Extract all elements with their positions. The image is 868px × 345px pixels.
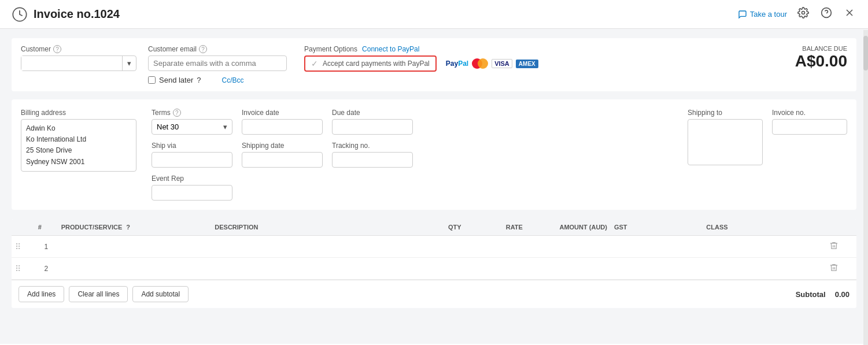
scrollbar-track[interactable] (863, 30, 868, 345)
delete-row-2[interactable] (826, 258, 856, 280)
delete-button-2[interactable] (829, 263, 839, 274)
col-rate: RATE (465, 219, 526, 236)
delete-row-1[interactable] (826, 236, 856, 258)
connect-paypal-link[interactable]: Connect to PayPal (362, 45, 419, 53)
delete-button-1[interactable] (829, 241, 839, 253)
col-delete (826, 219, 856, 236)
scrollbar-thumb[interactable] (863, 36, 868, 71)
add-subtotal-button[interactable]: Add subtotal (132, 286, 189, 302)
amex-icon: AMEX (516, 60, 538, 68)
customer-email-input[interactable] (148, 55, 287, 71)
due-date-group: Due date 08/04/2021 (332, 109, 413, 135)
send-later-help-icon[interactable]: ? (197, 76, 201, 84)
header-right: Take a tour (738, 6, 856, 23)
table-section: # PRODUCT/SERVICE ? DESCRIPTION QTY (12, 219, 856, 308)
terms-label: Terms ? (152, 109, 232, 117)
help-button[interactable] (819, 6, 833, 23)
footer-actions: Add lines Clear all lines Add subtotal (19, 286, 189, 302)
email-help-icon[interactable]: ? (199, 45, 207, 53)
paypal-checkbox-row: ✓ Accept card payments with PayPal (304, 55, 437, 72)
invoice-no-label: Invoice no. (772, 109, 847, 117)
gst-cell-2[interactable] (611, 258, 703, 280)
event-rep-label: Event Rep (152, 175, 232, 183)
top-form-row: Customer ? Adwin Ko ▾ Customer email ? S… (12, 38, 856, 91)
terms-dropdown[interactable]: Net 30 Net 15 Net 60 Due on receipt (152, 120, 219, 134)
invoice-icon (12, 6, 28, 23)
customer-help-icon[interactable]: ? (53, 45, 61, 53)
product-cell-2[interactable] (58, 258, 212, 280)
take-tour-button[interactable]: Take a tour (738, 10, 787, 19)
customer-dropdown-arrow[interactable]: ▾ (122, 56, 136, 71)
tracking-no-input[interactable] (332, 152, 413, 168)
cc-bcc-link[interactable]: Cc/Bcc (222, 76, 244, 84)
qty-cell-2[interactable] (403, 258, 464, 280)
tracking-no-group: Tracking no. (332, 142, 413, 168)
due-date-input[interactable]: 08/04/2021 (332, 119, 413, 135)
product-help-icon[interactable]: ? (126, 224, 130, 231)
desc-cell-2[interactable] (211, 258, 403, 280)
customer-input[interactable]: Adwin Ko (21, 56, 122, 71)
close-button[interactable] (843, 6, 856, 23)
app-container: Invoice no.1024 Take a tour (0, 0, 868, 345)
rate-cell-2[interactable] (465, 258, 526, 280)
terms-arrow: ▾ (219, 120, 232, 134)
clear-all-button[interactable]: Clear all lines (69, 286, 128, 302)
middle-form: Billing address Adwin Ko Ko Internationa… (12, 99, 856, 210)
col-gst: GST (611, 219, 703, 236)
billing-address-box[interactable]: Adwin Ko Ko International Ltd 25 Stone D… (21, 119, 136, 172)
desc-cell-1[interactable] (211, 236, 403, 258)
col-qty: QTY (403, 219, 464, 236)
event-rep-input[interactable] (152, 185, 232, 201)
mastercard-icon (472, 58, 488, 69)
amount-cell-2[interactable] (526, 258, 611, 280)
rate-cell-1[interactable] (465, 236, 526, 258)
payment-header: Payment Options Connect to PayPal (304, 45, 538, 53)
product-cell-1[interactable] (58, 236, 212, 258)
customer-group: Customer ? Adwin Ko ▾ (21, 45, 136, 71)
payment-group: Payment Options Connect to PayPal ✓ Acce… (304, 45, 538, 72)
visa-icon: VISA (492, 59, 512, 68)
shipping-date-group: Shipping date (242, 142, 323, 168)
fields-row3: Event Rep (152, 175, 673, 201)
customer-select[interactable]: Adwin Ko ▾ (21, 55, 136, 71)
shipping-date-input[interactable] (242, 152, 323, 168)
fields-section: Terms ? Net 30 Net 15 Net 60 Due on rece… (152, 109, 673, 201)
settings-button[interactable] (796, 6, 810, 23)
shipping-to-box[interactable] (688, 119, 763, 165)
paypal-logo: PayPal (446, 60, 468, 68)
invoice-no-input[interactable]: 1024 (772, 119, 847, 135)
payment-icons: PayPal VISA AMEX (446, 58, 538, 69)
amount-cell-1[interactable] (526, 236, 611, 258)
ship-via-input[interactable] (152, 152, 232, 168)
customer-email-group: Customer email ? Send later ? Cc/Bcc (148, 45, 287, 84)
shipping-date-label: Shipping date (242, 142, 323, 150)
invoice-date-input[interactable]: 09/03/2021 (242, 119, 323, 135)
col-product: PRODUCT/SERVICE ? (58, 219, 212, 236)
send-later-row: Send later ? Cc/Bcc (148, 76, 287, 84)
trash-icon-2 (829, 263, 839, 272)
trash-icon-1 (829, 241, 839, 250)
col-description: DESCRIPTION (211, 219, 403, 236)
billing-address-section: Billing address Adwin Ko Ko Internationa… (21, 109, 136, 201)
drag-handle-2[interactable]: ⠿ (12, 258, 35, 280)
invoice-date-label: Invoice date (242, 109, 323, 117)
drag-handle-1[interactable]: ⠿ (12, 236, 35, 258)
terms-help-icon[interactable]: ? (173, 109, 181, 117)
table-row: ⠿ 1 (12, 236, 856, 258)
send-later-checkbox[interactable] (148, 76, 156, 84)
ship-via-group: Ship via (152, 142, 232, 168)
line-items-table: # PRODUCT/SERVICE ? DESCRIPTION QTY (12, 219, 856, 280)
table-footer: Add lines Clear all lines Add subtotal S… (12, 280, 856, 308)
add-lines-button[interactable]: Add lines (19, 286, 64, 302)
qty-cell-1[interactable] (403, 236, 464, 258)
row-num-2: 2 (35, 258, 58, 280)
class-cell-2[interactable] (703, 258, 826, 280)
invoice-date-group: Invoice date 09/03/2021 (242, 109, 323, 135)
terms-select[interactable]: Net 30 Net 15 Net 60 Due on receipt ▾ (152, 119, 232, 135)
table-body: ⠿ 1 (12, 236, 856, 280)
fields-row1: Terms ? Net 30 Net 15 Net 60 Due on rece… (152, 109, 673, 135)
gear-icon (797, 7, 809, 18)
class-cell-1[interactable] (703, 236, 826, 258)
payment-label: Payment Options (304, 45, 357, 53)
gst-cell-1[interactable] (611, 236, 703, 258)
